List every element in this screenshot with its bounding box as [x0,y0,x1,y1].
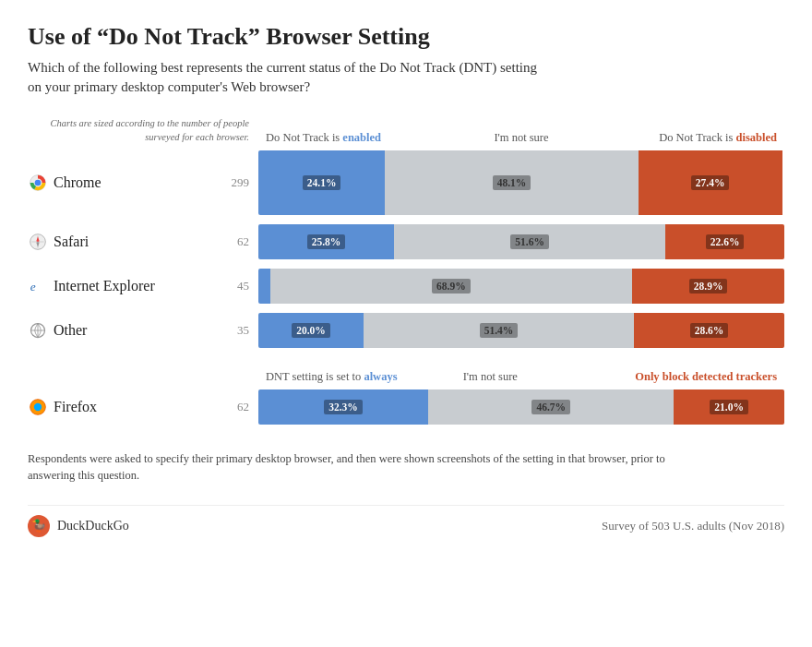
bar-label-disabled: 22.6% [706,234,745,249]
chrome-icon [28,173,48,193]
bar-container: 24.1%48.1%27.4% [258,150,784,215]
chart-subtitle: Which of the following best represents t… [28,58,544,97]
bar-container: 32.3%46.7%21.0% [258,389,784,425]
browser-row: Other3520.0%51.4%28.6% [28,313,784,348]
col-header-unsure-ff: I'm not sure [433,370,547,384]
bar-label-unsure: 46.7% [531,400,570,414]
bar-label-disabled: 28.9% [689,279,728,294]
bar-label-enabled: 20.0% [292,323,330,338]
browser-count: 35 [237,323,249,338]
chart-note: Charts are sized according to the number… [28,117,258,144]
bar-label-enabled: 24.1% [303,175,341,190]
bar-disabled: 28.6% [634,313,784,348]
browser-info: Firefox62 [28,397,258,417]
browser-info: Safari62 [28,232,258,252]
bar-disabled: 28.9% [632,269,784,304]
footer-note: Respondents were asked to specify their … [28,450,674,485]
col-header-unsure: I'm not sure [433,131,609,145]
bar-enabled: 20.0% [258,313,364,348]
browser-name: Safari [54,234,89,250]
firefox-icon [28,397,48,417]
bar-label-unsure: 68.9% [432,279,471,294]
col-header-always: DNT setting is set to always [262,370,433,384]
browser-count: 62 [237,400,249,414]
firefox-browser-section: Firefox6232.3%46.7%21.0% [28,389,784,434]
bar-unsure: 51.4% [364,313,634,348]
footer-bar: 🦆 DuckDuckGo Survey of 503 U.S. adults (… [28,505,784,537]
bar-enabled [258,269,270,304]
bar-unsure: 68.9% [270,269,633,304]
bar-container: 20.0%51.4%28.6% [258,313,784,348]
browser-info: Chrome299 [28,173,258,193]
browser-name: Chrome [54,174,102,191]
brand-name: DuckDuckGo [57,519,129,533]
bar-unsure: 48.1% [385,150,638,215]
ddg-logo: 🦆 DuckDuckGo [28,515,129,537]
col-header-enabled: Do Not Track is enabled [262,131,433,145]
ddg-icon: 🦆 [28,515,50,537]
chart-title: Use of “Do Not Track” Browser Setting [28,22,784,51]
bar-label-disabled: 27.4% [691,175,730,190]
bar-label-unsure: 51.6% [510,234,549,249]
browser-info: eInternet Explorer45 [28,276,258,296]
bar-container: 68.9%28.9% [258,269,784,304]
browser-row: eInternet Explorer4568.9%28.9% [28,269,784,304]
firefox-col-headers: DNT setting is set to always I'm not sur… [28,370,784,384]
browser-count: 45 [237,279,249,294]
browser-count: 299 [232,175,250,190]
browser-row: Chrome29924.1%48.1%27.4% [28,150,784,215]
bar-unsure: 51.6% [394,224,665,259]
bar-enabled: 25.8% [258,224,394,259]
other-icon [28,320,48,341]
ie-icon: e [28,276,48,296]
svg-point-12 [34,402,42,410]
bar-label-enabled: 32.3% [324,400,363,414]
main-col-headers: Charts are sized according to the number… [28,117,784,144]
bar-label-unsure: 51.4% [480,323,519,338]
browser-count: 62 [237,234,249,249]
col-header-trackers: Only block detected trackers [547,370,781,384]
bar-enabled: 24.1% [258,150,385,215]
browser-name: Firefox [54,399,97,415]
browser-row: Firefox6232.3%46.7%21.0% [28,389,784,425]
bar-disabled: 22.6% [665,224,784,259]
bar-enabled: 32.3% [258,389,428,425]
bar-container: 25.8%51.6%22.6% [258,224,784,259]
bar-label-unsure: 48.1% [493,175,531,190]
main-browsers-section: Chrome29924.1%48.1%27.4%Safari6225.8%51.… [28,150,784,357]
col-header-disabled: Do Not Track is disabled [610,131,781,145]
chart-area: Charts are sized according to the number… [28,117,784,433]
bar-label-disabled: 21.0% [710,400,748,414]
bar-label-enabled: 25.8% [307,234,346,249]
survey-note: Survey of 503 U.S. adults (Nov 2018) [602,519,784,533]
browser-row: Safari6225.8%51.6%22.6% [28,224,784,259]
bar-unsure: 46.7% [428,389,674,425]
browser-name: Internet Explorer [54,278,155,294]
bar-disabled: 21.0% [674,389,784,425]
svg-text:e: e [30,280,36,294]
bar-disabled: 27.4% [639,150,782,215]
svg-point-1 [35,179,42,186]
bar-label-disabled: 28.6% [690,323,729,338]
safari-icon [28,232,48,252]
browser-name: Other [54,322,87,339]
browser-info: Other35 [28,320,258,341]
